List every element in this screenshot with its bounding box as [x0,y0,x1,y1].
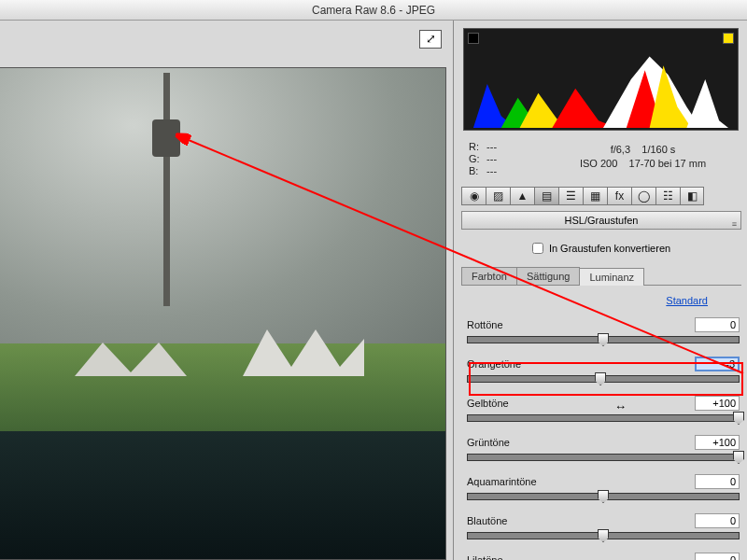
iso-value: ISO 200 [580,158,617,169]
slider-track[interactable] [467,454,740,461]
tab-hue[interactable]: Farbton [461,267,517,285]
adjustments-panel: R: --- G: --- B: --- f/6,3 1/160 s ISO 2… [453,21,747,560]
tab-camera-icon[interactable]: ◯ [631,187,655,205]
slider-row-rottöne: Rottöne [467,319,740,343]
exif-readout: f/6,3 1/160 s ISO 200 17-70 bei 17 mm [538,137,739,178]
tab-fx-icon[interactable]: fx [607,187,631,205]
slider-handle[interactable] [733,451,744,464]
panel-tab-strip: ◉ ▨ ▲ ▤ ☰ ▦ fx ◯ ☷ ◧ [461,187,741,207]
slider-value-input[interactable] [695,435,740,450]
r-label: R: [469,141,484,153]
slider-row-blautöne: Blautöne [467,515,740,539]
preview-image[interactable] [0,67,446,560]
fullscreen-icon: ⤢ [426,32,436,46]
lens-value: 17-70 bei 17 mm [629,158,707,169]
r-value: --- [486,141,497,152]
convert-grayscale-row: In Graustufen konvertieren [461,239,741,258]
slider-track[interactable] [467,414,740,422]
highlight-clip-indicator[interactable] [723,33,734,44]
slider-handle[interactable] [598,490,609,503]
slider-track[interactable] [467,336,740,343]
tab-presets-icon[interactable]: ☷ [655,187,680,205]
slider-handle[interactable] [598,529,609,542]
tab-lens-icon[interactable]: ▦ [583,187,607,205]
tab-hsl-icon[interactable]: ▤ [534,187,558,205]
panel-title-bar: HSL/Graustufen ≡ [461,211,741,230]
tab-detail-icon[interactable]: ▲ [510,187,534,205]
preview-grass [0,343,445,441]
g-label: G: [469,153,484,165]
slider-row-aquamarintöne: Aquamarintöne [467,476,740,500]
slider-handle[interactable] [733,412,744,425]
preview-column: ⤢ [0,21,453,560]
b-value: --- [486,165,497,176]
histogram-svg [464,29,738,130]
tab-basic-icon[interactable]: ◉ [461,187,486,205]
slider-track[interactable] [467,375,740,383]
slider-handle[interactable] [598,333,609,346]
slider-row-lilatöne: Lilatöne [467,554,740,560]
tab-saturation[interactable]: Sättigung [516,267,580,285]
convert-grayscale-label: In Graustufen konvertieren [549,243,670,254]
slider-value-input[interactable] [695,396,740,411]
convert-grayscale-checkbox[interactable] [532,243,543,254]
b-label: B: [469,165,484,177]
preview-water [0,431,445,559]
shadow-clip-indicator[interactable] [468,33,479,44]
slider-track[interactable] [467,532,740,539]
panel-title-label: HSL/Graustufen [565,215,639,226]
window-title: Camera Raw 8.6 - JPEG [312,4,435,17]
slider-handle[interactable] [595,372,606,385]
luminance-sliders: RottöneOrangetöneGelbtöneGrüntöneAquamar… [467,319,740,560]
window-titlebar: Camera Raw 8.6 - JPEG [0,0,747,21]
slider-value-input[interactable] [695,513,740,528]
g-value: --- [486,153,497,164]
slider-value-input[interactable] [695,317,740,332]
histogram[interactable] [463,28,739,131]
fullscreen-button[interactable]: ⤢ [419,30,442,49]
slider-row-orangetöne: Orangetöne [467,358,740,383]
tab-snapshots-icon[interactable]: ◧ [680,187,704,205]
preview-tower-bulb [152,119,180,157]
preview-sky [0,68,445,353]
metadata-readout: R: --- G: --- B: --- f/6,3 1/160 s ISO 2… [463,137,739,178]
slider-value-input[interactable] [695,474,740,489]
main-split: ⤢ [0,21,747,560]
slider-value-input[interactable] [695,553,740,560]
hsl-sub-tabs: Farbton Sättigung Luminanz [461,267,741,286]
tab-split-icon[interactable]: ☰ [558,187,583,205]
preview-tower [163,73,170,306]
standard-link[interactable]: Standard [666,295,708,306]
panel-menu-icon[interactable]: ≡ [732,216,737,232]
rgb-readout: R: --- G: --- B: --- [463,137,538,178]
shutter-value: 1/160 s [641,144,675,155]
slider-row-gelbtöne: Gelbtöne [467,398,740,422]
slider-value-input[interactable] [695,357,740,371]
slider-track[interactable] [467,493,740,500]
slider-row-grüntöne: Grüntöne [467,437,740,461]
tab-curve-icon[interactable]: ▨ [486,187,510,205]
aperture-value: f/6,3 [611,144,630,155]
tab-luminance[interactable]: Luminanz [579,268,644,286]
